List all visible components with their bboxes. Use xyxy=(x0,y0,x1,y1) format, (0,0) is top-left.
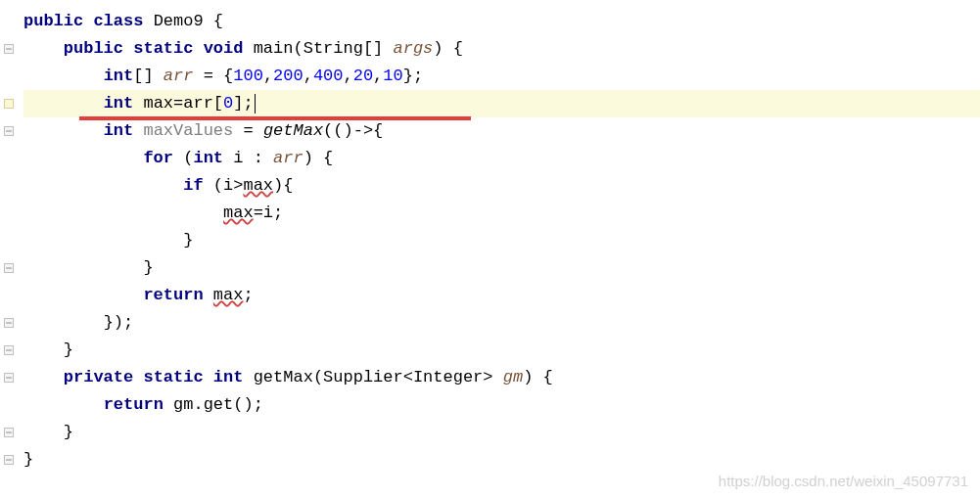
code-line: } xyxy=(23,254,980,282)
code-line: if (i>max){ xyxy=(23,172,980,200)
fold-end-icon xyxy=(0,309,18,337)
code-line: return gm.get(); xyxy=(23,391,980,419)
code-line-active: int max=arr[0]; xyxy=(23,90,980,117)
code-line: } xyxy=(23,419,980,446)
code-line: public class Demo9 { xyxy=(23,8,980,35)
breakpoint-gutter-icon xyxy=(0,90,18,117)
code-line: } xyxy=(23,337,980,364)
error-var-max: max xyxy=(243,176,273,195)
fold-end-icon xyxy=(0,419,18,446)
caret-icon xyxy=(255,94,256,113)
fold-icon xyxy=(0,117,18,145)
fold-end-icon xyxy=(0,446,18,474)
keyword-class: class xyxy=(93,12,143,30)
fold-icon xyxy=(0,364,18,391)
svg-rect-2 xyxy=(5,100,14,109)
gutter xyxy=(0,8,18,474)
fold-icon xyxy=(0,35,18,63)
class-name: Demo9 xyxy=(154,12,204,30)
code-line: return max; xyxy=(23,282,980,309)
watermark: https://blog.csdn.net/weixin_45097731 xyxy=(719,473,968,489)
error-var-max: max xyxy=(223,204,254,222)
code-line: private static int getMax(Supplier<Integ… xyxy=(23,364,980,391)
code-editor: public class Demo9 { public static void … xyxy=(0,0,980,474)
code-area[interactable]: public class Demo9 { public static void … xyxy=(23,8,980,474)
code-line: int maxValues = getMax(()->{ xyxy=(23,117,980,145)
code-line: } xyxy=(23,227,980,254)
code-line: max=i; xyxy=(23,200,980,227)
error-underline xyxy=(79,116,471,120)
method-main: main xyxy=(254,39,294,58)
fold-end-icon xyxy=(0,337,18,364)
code-line: for (int i : arr) { xyxy=(23,145,980,172)
code-line: }); xyxy=(23,309,980,337)
code-line: } xyxy=(23,446,980,474)
fold-end-icon xyxy=(0,254,18,282)
error-var-max: max xyxy=(213,286,244,304)
code-line: public static void main(String[] args) { xyxy=(23,35,980,63)
code-line: int[] arr = {100,200,400,20,10}; xyxy=(23,63,980,90)
keyword-public: public xyxy=(23,12,83,30)
